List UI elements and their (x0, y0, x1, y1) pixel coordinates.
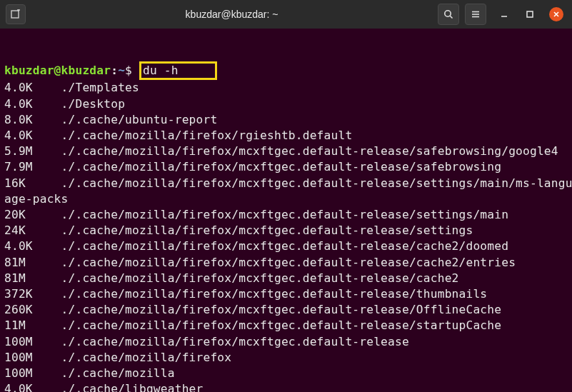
maximize-icon (526, 10, 534, 19)
titlebar: kbuzdar@kbuzdar: ~ (0, 0, 572, 29)
output-line: 100M ./.cache/mozilla/firefox (4, 350, 568, 366)
output-line: 8.0K ./.cache/ubuntu-report (4, 112, 568, 128)
prompt-symbol: $ (125, 64, 132, 77)
output-line: 4.0K ./Desktop (4, 96, 568, 112)
svg-point-3 (445, 11, 451, 16)
output-line: 81M ./.cache/mozilla/firefox/mcxftgec.de… (4, 271, 568, 286)
output-line: 260K ./.cache/mozilla/firefox/mcxftgec.d… (4, 302, 568, 318)
command-highlight: du -h (139, 61, 217, 80)
output-line: 4.0K ./.cache/mozilla/firefox/rgieshtb.d… (4, 128, 568, 144)
svg-rect-9 (527, 11, 533, 17)
output-line: 100M ./.cache/mozilla/firefox/mcxftgec.d… (4, 334, 568, 350)
minimize-button[interactable] (498, 8, 511, 21)
command-text: du -h (143, 64, 179, 77)
output-line: 16K ./.cache/mozilla/firefox/mcxftgec.de… (4, 176, 568, 207)
prompt-separator: : (111, 64, 118, 77)
output-line: 5.9M ./.cache/mozilla/firefox/mcxftgec.d… (4, 144, 568, 159)
new-tab-icon (11, 9, 21, 19)
prompt-user-host: kbuzdar@kbuzdar (4, 64, 111, 77)
titlebar-right-controls (438, 4, 566, 25)
window-controls (498, 7, 563, 21)
search-button[interactable] (438, 4, 459, 25)
output-lines: 4.0K ./Templates4.0K ./Desktop8.0K ./.ca… (4, 80, 568, 392)
search-icon (443, 9, 453, 19)
maximize-button[interactable] (523, 8, 536, 21)
prompt-path: ~ (118, 64, 125, 77)
output-line: 100M ./.cache/mozilla (4, 366, 568, 381)
hamburger-icon (471, 9, 481, 19)
output-line: 81M ./.cache/mozilla/firefox/mcxftgec.de… (4, 255, 568, 271)
close-icon (553, 11, 560, 18)
svg-rect-0 (11, 11, 19, 18)
output-line: 20K ./.cache/mozilla/firefox/mcxftgec.de… (4, 207, 568, 223)
minimize-icon (500, 10, 508, 19)
output-line: 11M ./.cache/mozilla/firefox/mcxftgec.de… (4, 318, 568, 333)
output-line: 7.9M ./.cache/mozilla/firefox/mcxftgec.d… (4, 159, 568, 175)
prompt-line: kbuzdar@kbuzdar:~$ du -h (4, 61, 568, 80)
terminal-viewport[interactable]: kbuzdar@kbuzdar:~$ du -h 4.0K ./Template… (0, 29, 572, 392)
window-title: kbuzdar@kbuzdar: ~ (31, 9, 432, 20)
output-line: 4.0K ./.cache/mozilla/firefox/mcxftgec.d… (4, 238, 568, 254)
new-tab-button[interactable] (6, 4, 26, 24)
svg-line-4 (450, 16, 452, 18)
output-line: 4.0K ./.cache/libgweather (4, 381, 568, 392)
output-line: 24K ./.cache/mozilla/firefox/mcxftgec.de… (4, 223, 568, 238)
close-button[interactable] (549, 7, 563, 21)
menu-button[interactable] (465, 4, 486, 25)
output-line: 372K ./.cache/mozilla/firefox/mcxftgec.d… (4, 286, 568, 302)
output-line: 4.0K ./Templates (4, 80, 568, 96)
